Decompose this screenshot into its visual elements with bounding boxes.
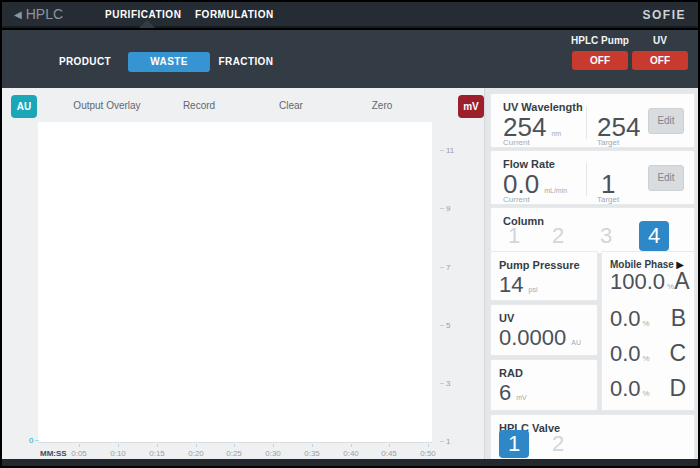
current-caption: Current xyxy=(503,195,530,204)
uv-wavelength-edit-button[interactable]: Edit xyxy=(648,108,684,134)
mobile-phase-c-label: C xyxy=(669,340,686,367)
pump-pressure-title: Pump Pressure xyxy=(499,259,580,271)
back-button[interactable]: ◀HPLC xyxy=(14,6,63,22)
control-panel: UV Wavelength 254nm Current 254 Target E… xyxy=(484,88,698,460)
rad-reading-title: RAD xyxy=(499,367,523,379)
mobile-phase-c-value: 0.0 xyxy=(610,341,641,366)
percent-unit: % xyxy=(643,354,650,363)
fraction-button[interactable]: FRACTION xyxy=(215,52,277,72)
x-tick xyxy=(428,444,429,447)
column-option-3[interactable]: 3 xyxy=(591,221,621,251)
x-axis-name: MM:SS xyxy=(40,449,67,458)
hplc-pump-off-button[interactable]: OFF xyxy=(572,51,628,70)
x-axis-label: 0:05 xyxy=(71,449,87,458)
mobile-phase-d-label: D xyxy=(669,375,686,402)
flow-rate-current-unit: mL/min xyxy=(544,187,567,194)
y-tick xyxy=(440,150,444,151)
active-tab-caret-icon xyxy=(139,20,155,28)
hplc-valve-option-2[interactable]: 2 xyxy=(543,430,573,458)
percent-unit: % xyxy=(667,282,674,291)
mobile-phase-a-value: 100.0 xyxy=(610,269,665,294)
sub-nav-bar: PRODUCT WASTE FRACTION HPLC Pump OFF UV … xyxy=(2,30,698,88)
bottom-bar xyxy=(2,459,698,466)
mobile-phase-b-label: B xyxy=(671,305,686,332)
pump-pressure-card: Pump Pressure 14psi xyxy=(490,251,598,301)
mobile-phase-row-c: 0.0% C xyxy=(610,340,686,367)
x-axis-label: 0:45 xyxy=(381,449,397,458)
tab-purification[interactable]: PURIFICATION xyxy=(105,9,181,20)
y-tick xyxy=(440,325,444,326)
output-overlay-menu-item[interactable]: Output Overlay xyxy=(73,100,140,111)
tab-formulation[interactable]: FORMULATION xyxy=(195,9,274,20)
uv-wavelength-card: UV Wavelength 254nm Current 254 Target E… xyxy=(490,93,695,148)
x-tick xyxy=(118,444,119,447)
column-option-4-selected[interactable]: 4 xyxy=(639,221,669,251)
flow-rate-edit-button[interactable]: Edit xyxy=(648,165,684,191)
back-button-label: HPLC xyxy=(26,6,63,22)
x-axis-label: 0:30 xyxy=(265,449,281,458)
y-axis-label: 3 xyxy=(446,379,450,388)
y-axis-label: 9 xyxy=(446,204,450,213)
au-zero-label: 0 xyxy=(29,436,33,445)
chart-area: AU Output Overlay Record Clear Zero mV 1… xyxy=(2,88,484,460)
chromatogram-plot xyxy=(38,122,432,443)
x-tick xyxy=(312,444,313,447)
y-axis-label: 7 xyxy=(446,263,450,272)
rad-reading-value: 6 xyxy=(499,380,511,405)
uv-reading-title: UV xyxy=(499,312,514,324)
zero-menu-item[interactable]: Zero xyxy=(372,100,393,111)
uv-reading-value: 0.0000 xyxy=(499,325,566,350)
mv-axis-badge[interactable]: mV xyxy=(458,95,484,118)
column-card: Column 1 2 3 4 xyxy=(490,207,695,254)
current-caption: Current xyxy=(503,138,530,147)
x-tick xyxy=(273,444,274,447)
mobile-phase-row-b: 0.0% B xyxy=(610,305,686,332)
hplc-valve-option-1-selected[interactable]: 1 xyxy=(499,430,529,458)
brand-logo: SOFIE xyxy=(642,8,686,22)
app-window: ◀HPLC PURIFICATION FORMULATION SOFIE PRO… xyxy=(0,0,700,468)
y-tick xyxy=(440,208,444,209)
divider xyxy=(586,163,587,196)
y-axis-label: 11 xyxy=(446,146,454,155)
x-tick xyxy=(196,444,197,447)
mobile-phase-b-value: 0.0 xyxy=(610,306,641,331)
rad-reading-card: RAD 6mV xyxy=(490,359,598,411)
uv-reading-unit: AU xyxy=(571,339,581,346)
divider xyxy=(586,106,587,139)
waste-button[interactable]: WASTE xyxy=(128,52,210,72)
uv-off-button[interactable]: OFF xyxy=(632,51,688,70)
percent-unit: % xyxy=(643,319,650,328)
x-tick xyxy=(389,444,390,447)
uv-wavelength-current-unit: nm xyxy=(551,130,561,137)
au-axis-badge[interactable]: AU xyxy=(11,95,37,118)
uv-toggle-label: UV xyxy=(630,35,690,46)
product-button[interactable]: PRODUCT xyxy=(57,52,113,72)
column-option-1[interactable]: 1 xyxy=(499,221,529,251)
mobile-phase-row-d: 0.0% D xyxy=(610,375,686,402)
x-tick xyxy=(351,444,352,447)
y-tick xyxy=(440,383,444,384)
y-axis-label: 1 xyxy=(446,437,450,446)
clear-menu-item[interactable]: Clear xyxy=(279,100,303,111)
mobile-phase-card: Mobile Phase ▶ 100.0% A 0.0% B 0.0% C 0.… xyxy=(601,251,695,411)
y-tick xyxy=(440,441,444,442)
x-tick xyxy=(234,444,235,447)
mobile-phase-row-a: 100.0% A xyxy=(610,268,686,295)
flow-rate-card: Flow Rate 0.0mL/min Current 1 Target Edi… xyxy=(490,150,695,205)
percent-unit: % xyxy=(643,389,650,398)
x-axis-label: 0:10 xyxy=(110,449,126,458)
hplc-pump-label: HPLC Pump xyxy=(568,35,632,46)
au-zero-tick xyxy=(35,440,39,441)
x-axis-label: 0:20 xyxy=(188,449,204,458)
target-caption: Target xyxy=(597,195,619,204)
record-menu-item[interactable]: Record xyxy=(183,100,215,111)
pump-pressure-value: 14 xyxy=(499,272,523,297)
top-nav-bar: ◀HPLC PURIFICATION FORMULATION SOFIE xyxy=(2,2,698,28)
uv-reading-card: UV 0.0000AU xyxy=(490,304,598,356)
column-option-2[interactable]: 2 xyxy=(543,221,573,251)
y-axis-label: 5 xyxy=(446,321,450,330)
y-tick xyxy=(440,267,444,268)
x-axis-label: 0:15 xyxy=(149,449,165,458)
mobile-phase-a-label: A xyxy=(674,268,689,295)
target-caption: Target xyxy=(597,138,619,147)
